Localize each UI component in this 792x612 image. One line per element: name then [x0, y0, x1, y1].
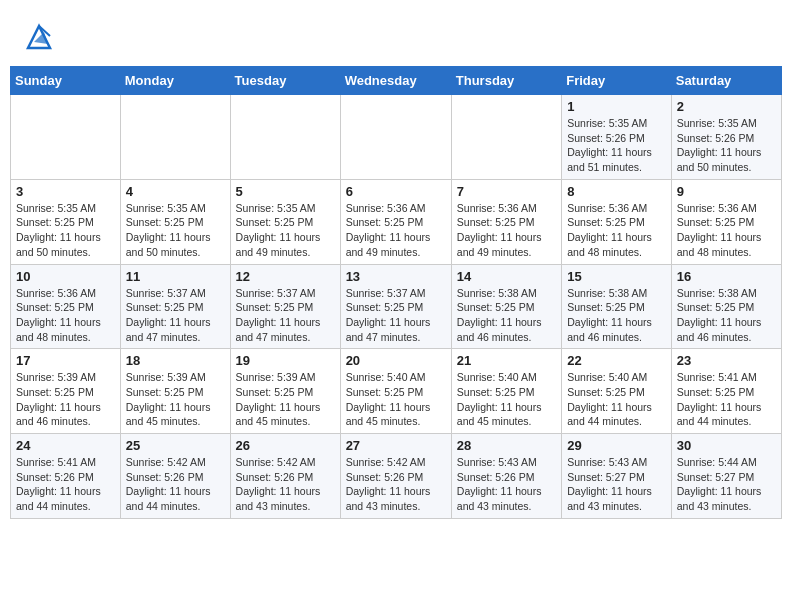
day-info: Sunrise: 5:38 AM Sunset: 5:25 PM Dayligh…: [677, 286, 776, 345]
calendar-table: SundayMondayTuesdayWednesdayThursdayFrid…: [10, 66, 782, 519]
day-info: Sunrise: 5:35 AM Sunset: 5:26 PM Dayligh…: [677, 116, 776, 175]
weekday-header-thursday: Thursday: [451, 67, 561, 95]
day-info: Sunrise: 5:42 AM Sunset: 5:26 PM Dayligh…: [346, 455, 446, 514]
day-info: Sunrise: 5:36 AM Sunset: 5:25 PM Dayligh…: [346, 201, 446, 260]
day-cell: 28Sunrise: 5:43 AM Sunset: 5:26 PM Dayli…: [451, 434, 561, 519]
day-info: Sunrise: 5:36 AM Sunset: 5:25 PM Dayligh…: [457, 201, 556, 260]
day-info: Sunrise: 5:38 AM Sunset: 5:25 PM Dayligh…: [457, 286, 556, 345]
day-cell: 16Sunrise: 5:38 AM Sunset: 5:25 PM Dayli…: [671, 264, 781, 349]
day-number: 9: [677, 184, 776, 199]
weekday-header-monday: Monday: [120, 67, 230, 95]
day-number: 12: [236, 269, 335, 284]
day-info: Sunrise: 5:35 AM Sunset: 5:25 PM Dayligh…: [236, 201, 335, 260]
weekday-header-tuesday: Tuesday: [230, 67, 340, 95]
day-cell: 5Sunrise: 5:35 AM Sunset: 5:25 PM Daylig…: [230, 179, 340, 264]
day-number: 8: [567, 184, 666, 199]
logo-icon: [20, 18, 58, 56]
day-info: Sunrise: 5:39 AM Sunset: 5:25 PM Dayligh…: [16, 370, 115, 429]
day-cell: 3Sunrise: 5:35 AM Sunset: 5:25 PM Daylig…: [11, 179, 121, 264]
weekday-header-wednesday: Wednesday: [340, 67, 451, 95]
day-info: Sunrise: 5:43 AM Sunset: 5:26 PM Dayligh…: [457, 455, 556, 514]
day-cell: 23Sunrise: 5:41 AM Sunset: 5:25 PM Dayli…: [671, 349, 781, 434]
weekday-header-sunday: Sunday: [11, 67, 121, 95]
day-info: Sunrise: 5:36 AM Sunset: 5:25 PM Dayligh…: [16, 286, 115, 345]
day-number: 10: [16, 269, 115, 284]
day-number: 28: [457, 438, 556, 453]
day-cell: 2Sunrise: 5:35 AM Sunset: 5:26 PM Daylig…: [671, 95, 781, 180]
day-info: Sunrise: 5:37 AM Sunset: 5:25 PM Dayligh…: [126, 286, 225, 345]
day-cell: 24Sunrise: 5:41 AM Sunset: 5:26 PM Dayli…: [11, 434, 121, 519]
page-header: [10, 10, 782, 60]
day-cell: 13Sunrise: 5:37 AM Sunset: 5:25 PM Dayli…: [340, 264, 451, 349]
day-info: Sunrise: 5:40 AM Sunset: 5:25 PM Dayligh…: [567, 370, 666, 429]
day-number: 7: [457, 184, 556, 199]
day-cell: [11, 95, 121, 180]
day-cell: [340, 95, 451, 180]
weekday-header-saturday: Saturday: [671, 67, 781, 95]
day-number: 18: [126, 353, 225, 368]
weekday-row: SundayMondayTuesdayWednesdayThursdayFrid…: [11, 67, 782, 95]
day-info: Sunrise: 5:37 AM Sunset: 5:25 PM Dayligh…: [236, 286, 335, 345]
day-cell: 10Sunrise: 5:36 AM Sunset: 5:25 PM Dayli…: [11, 264, 121, 349]
day-number: 15: [567, 269, 666, 284]
logo: [20, 18, 62, 56]
day-number: 30: [677, 438, 776, 453]
day-info: Sunrise: 5:39 AM Sunset: 5:25 PM Dayligh…: [126, 370, 225, 429]
day-info: Sunrise: 5:35 AM Sunset: 5:25 PM Dayligh…: [126, 201, 225, 260]
day-number: 17: [16, 353, 115, 368]
day-cell: 4Sunrise: 5:35 AM Sunset: 5:25 PM Daylig…: [120, 179, 230, 264]
week-row-4: 24Sunrise: 5:41 AM Sunset: 5:26 PM Dayli…: [11, 434, 782, 519]
day-cell: 8Sunrise: 5:36 AM Sunset: 5:25 PM Daylig…: [562, 179, 672, 264]
weekday-header-friday: Friday: [562, 67, 672, 95]
week-row-2: 10Sunrise: 5:36 AM Sunset: 5:25 PM Dayli…: [11, 264, 782, 349]
day-info: Sunrise: 5:40 AM Sunset: 5:25 PM Dayligh…: [346, 370, 446, 429]
day-cell: 19Sunrise: 5:39 AM Sunset: 5:25 PM Dayli…: [230, 349, 340, 434]
day-number: 2: [677, 99, 776, 114]
day-number: 13: [346, 269, 446, 284]
day-cell: 17Sunrise: 5:39 AM Sunset: 5:25 PM Dayli…: [11, 349, 121, 434]
day-number: 11: [126, 269, 225, 284]
week-row-1: 3Sunrise: 5:35 AM Sunset: 5:25 PM Daylig…: [11, 179, 782, 264]
day-cell: 27Sunrise: 5:42 AM Sunset: 5:26 PM Dayli…: [340, 434, 451, 519]
day-number: 6: [346, 184, 446, 199]
day-info: Sunrise: 5:42 AM Sunset: 5:26 PM Dayligh…: [126, 455, 225, 514]
day-number: 14: [457, 269, 556, 284]
day-cell: 9Sunrise: 5:36 AM Sunset: 5:25 PM Daylig…: [671, 179, 781, 264]
day-info: Sunrise: 5:36 AM Sunset: 5:25 PM Dayligh…: [677, 201, 776, 260]
day-cell: 14Sunrise: 5:38 AM Sunset: 5:25 PM Dayli…: [451, 264, 561, 349]
calendar-body: 1Sunrise: 5:35 AM Sunset: 5:26 PM Daylig…: [11, 95, 782, 519]
day-info: Sunrise: 5:41 AM Sunset: 5:26 PM Dayligh…: [16, 455, 115, 514]
day-cell: 22Sunrise: 5:40 AM Sunset: 5:25 PM Dayli…: [562, 349, 672, 434]
day-number: 24: [16, 438, 115, 453]
day-cell: 12Sunrise: 5:37 AM Sunset: 5:25 PM Dayli…: [230, 264, 340, 349]
week-row-3: 17Sunrise: 5:39 AM Sunset: 5:25 PM Dayli…: [11, 349, 782, 434]
day-number: 26: [236, 438, 335, 453]
day-cell: [120, 95, 230, 180]
day-number: 21: [457, 353, 556, 368]
day-cell: 30Sunrise: 5:44 AM Sunset: 5:27 PM Dayli…: [671, 434, 781, 519]
day-cell: 11Sunrise: 5:37 AM Sunset: 5:25 PM Dayli…: [120, 264, 230, 349]
day-number: 3: [16, 184, 115, 199]
day-cell: 1Sunrise: 5:35 AM Sunset: 5:26 PM Daylig…: [562, 95, 672, 180]
day-info: Sunrise: 5:38 AM Sunset: 5:25 PM Dayligh…: [567, 286, 666, 345]
day-number: 25: [126, 438, 225, 453]
day-number: 22: [567, 353, 666, 368]
day-cell: 18Sunrise: 5:39 AM Sunset: 5:25 PM Dayli…: [120, 349, 230, 434]
day-info: Sunrise: 5:35 AM Sunset: 5:25 PM Dayligh…: [16, 201, 115, 260]
day-info: Sunrise: 5:37 AM Sunset: 5:25 PM Dayligh…: [346, 286, 446, 345]
day-info: Sunrise: 5:44 AM Sunset: 5:27 PM Dayligh…: [677, 455, 776, 514]
day-number: 4: [126, 184, 225, 199]
day-cell: 26Sunrise: 5:42 AM Sunset: 5:26 PM Dayli…: [230, 434, 340, 519]
day-info: Sunrise: 5:43 AM Sunset: 5:27 PM Dayligh…: [567, 455, 666, 514]
day-number: 20: [346, 353, 446, 368]
day-info: Sunrise: 5:41 AM Sunset: 5:25 PM Dayligh…: [677, 370, 776, 429]
day-number: 23: [677, 353, 776, 368]
day-cell: 20Sunrise: 5:40 AM Sunset: 5:25 PM Dayli…: [340, 349, 451, 434]
day-cell: 7Sunrise: 5:36 AM Sunset: 5:25 PM Daylig…: [451, 179, 561, 264]
day-info: Sunrise: 5:35 AM Sunset: 5:26 PM Dayligh…: [567, 116, 666, 175]
day-number: 1: [567, 99, 666, 114]
day-info: Sunrise: 5:42 AM Sunset: 5:26 PM Dayligh…: [236, 455, 335, 514]
day-number: 19: [236, 353, 335, 368]
day-cell: 29Sunrise: 5:43 AM Sunset: 5:27 PM Dayli…: [562, 434, 672, 519]
day-cell: 21Sunrise: 5:40 AM Sunset: 5:25 PM Dayli…: [451, 349, 561, 434]
